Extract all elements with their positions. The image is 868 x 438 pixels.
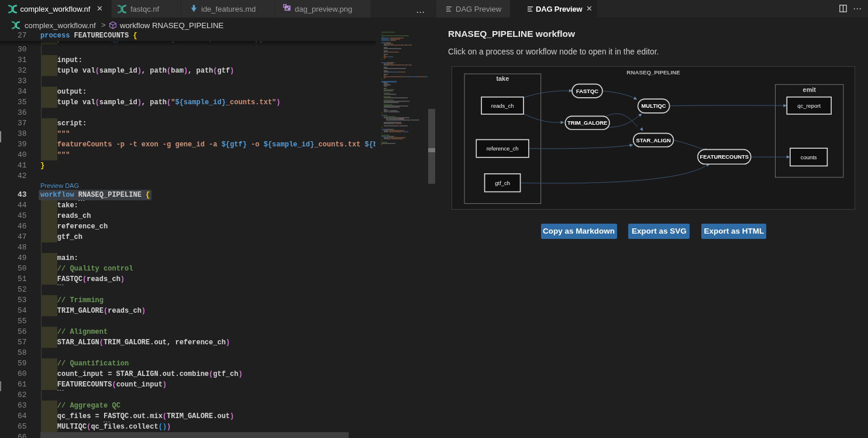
svg-text:reference_ch: reference_ch	[487, 145, 519, 152]
svg-text:reads_ch: reads_ch	[491, 102, 514, 108]
svg-text:STAR_ALIGN: STAR_ALIGN	[636, 136, 671, 143]
svg-text:TRIM_GALORE: TRIM_GALORE	[567, 119, 607, 126]
svg-text:RNASEQ_PIPELINE: RNASEQ_PIPELINE	[626, 69, 680, 76]
svg-text:FASTQC: FASTQC	[576, 87, 598, 94]
svg-text:qc_report: qc_report	[797, 102, 821, 108]
svg-text:gtf_ch: gtf_ch	[495, 179, 510, 186]
svg-text:take: take	[496, 74, 509, 81]
svg-text:counts: counts	[801, 153, 817, 160]
svg-text:MULTIQC: MULTIQC	[642, 102, 666, 109]
svg-text:FEATURECOUNTS: FEATURECOUNTS	[700, 153, 749, 160]
svg-text:emit: emit	[803, 85, 817, 93]
